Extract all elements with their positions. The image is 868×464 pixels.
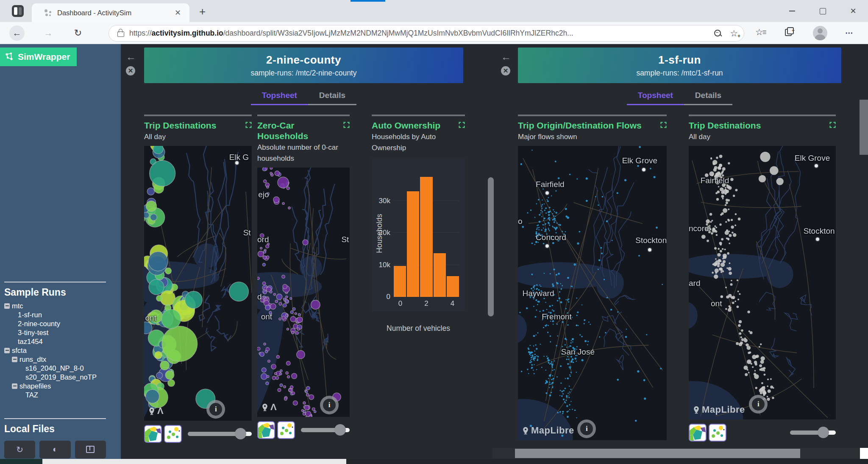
settings-menu-icon[interactable]: ⋯ [845, 28, 854, 38]
tree-item-1-sf-run[interactable]: 1-sf-run [4, 310, 106, 319]
panel-header: 1-sf-run sample-runs: /mtc/1-sf-run [518, 48, 841, 83]
card-subtitle: Major flows shown [518, 131, 667, 143]
maplibre-logo[interactable]: Λ [147, 405, 164, 416]
panel-back-button[interactable]: ← [126, 51, 136, 63]
tab-topsheet[interactable]: Topsheet [627, 87, 684, 105]
dashboard-area: ← ✕ 2-nine-county sample-runs: /mtc/2-ni… [121, 44, 868, 464]
map-info-button[interactable]: i [320, 396, 339, 414]
panel-header: 2-nine-county sample-runs: /mtc/2-nine-c… [144, 48, 463, 83]
layer-thumbnail-dots[interactable] [164, 425, 182, 443]
collapse-icon[interactable] [4, 348, 10, 353]
city-label: Hayward [523, 289, 554, 298]
new-tab-button[interactable]: + [199, 5, 206, 18]
tree-item-TAZ[interactable]: TAZ [4, 391, 106, 400]
city-label: St [243, 228, 251, 238]
collections-icon[interactable]: + [785, 27, 793, 36]
expand-icon[interactable] [459, 122, 465, 128]
panel-close-button[interactable]: ✕ [501, 66, 510, 75]
panel-close-button[interactable]: ✕ [126, 66, 135, 75]
tree-item-sfcta[interactable]: sfcta [4, 346, 106, 355]
map-pin-icon [261, 402, 269, 412]
collapse-icon[interactable] [4, 303, 10, 309]
bookmark-star-icon[interactable]: ☆+ [730, 28, 738, 39]
simwrapper-logo[interactable]: SimWrapper [0, 48, 77, 66]
card-accent-bar [144, 115, 252, 116]
tab-close-icon[interactable]: ✕ [172, 7, 184, 18]
browser-tab[interactable]: Dashboard - ActivitySim ✕ [32, 3, 189, 22]
split-view-button[interactable] [75, 441, 106, 458]
tab-details[interactable]: Details [684, 87, 732, 105]
sample-runs-section: Sample Runs mtc1-sf-run2-nine-county3-ti… [4, 282, 106, 400]
sample-runs-tree: mtc1-sf-run2-nine-county3-tiny-testtaz14… [4, 302, 106, 400]
opacity-slider[interactable] [188, 432, 252, 436]
tree-item-runs_dtx[interactable]: runs_dtx [4, 355, 106, 364]
tree-item-taz1454[interactable]: taz1454 [4, 337, 106, 346]
layer-thumbnail-dots[interactable] [709, 424, 726, 442]
refresh-button[interactable]: ↻ [70, 25, 86, 41]
layer-thumbnail-polygons[interactable] [257, 421, 275, 439]
card-accent-bar [518, 115, 667, 116]
map-trip-destinations[interactable]: Λ i Elk GStont [144, 146, 252, 421]
maplibre-logo[interactable]: MapLibre [692, 404, 745, 415]
tree-item-s16_2040_NP_8-0[interactable]: s16_2040_NP_8-0 [4, 364, 106, 373]
auto-ownership-chart: Households 010k20k30k024 [372, 159, 465, 311]
page-horizontal-scrollbar[interactable] [0, 459, 868, 464]
expand-icon[interactable] [245, 122, 252, 128]
forward-button[interactable]: → [41, 25, 56, 41]
layer-thumbnail-polygons[interactable] [144, 425, 162, 443]
panel-back-button[interactable]: ← [501, 51, 511, 63]
chart-bar [407, 191, 419, 297]
theme-contrast-button[interactable]: ◐ [39, 441, 70, 458]
profile-avatar[interactable] [813, 26, 827, 40]
collapse-icon[interactable] [12, 357, 17, 362]
expand-icon[interactable] [343, 122, 350, 128]
tree-item-2-nine-county[interactable]: 2-nine-county [4, 319, 106, 328]
map-trip-od-flows[interactable]: MapLibre i Elk GroveFairfieldoConcordSto… [518, 146, 667, 440]
tab-search-icon[interactable] [12, 5, 24, 17]
city-label: o [518, 217, 523, 226]
map-controls [689, 423, 836, 442]
tree-item-shapefiles[interactable]: shapefiles [4, 382, 106, 391]
local-files-title: Local Files [4, 423, 106, 435]
expand-icon[interactable] [829, 122, 836, 128]
tab-details[interactable]: Details [308, 87, 356, 105]
city-label: d [257, 292, 262, 302]
maplibre-logo[interactable]: Λ [261, 402, 277, 413]
panel-subtitle: sample-runs: /mtc/2-nine-county [144, 69, 463, 78]
map-trip-destinations-2[interactable]: MapLibre i Elk GroveFairfieldncordStockt… [689, 146, 836, 419]
lock-icon[interactable] [117, 31, 124, 37]
address-bar[interactable]: https://activitysim.github.io/dashboard/… [108, 25, 744, 42]
back-button[interactable]: ← [9, 25, 25, 41]
opacity-slider[interactable] [301, 428, 350, 432]
card-subtitle: Absolute number of 0-car households [257, 142, 350, 164]
city-label: ejo [258, 190, 269, 199]
layer-thumbnail-dots[interactable] [277, 421, 295, 439]
tree-item-3-tiny-test[interactable]: 3-tiny-test [4, 328, 106, 337]
card-trip-od-flows: Trip Origin/Destination Flows Major flow… [518, 115, 667, 440]
window-minimize-button[interactable] [780, 3, 804, 20]
card-subtitle: All day [144, 131, 252, 143]
collapse-icon[interactable] [12, 383, 17, 389]
favorites-list-icon[interactable]: ☆☰ [755, 27, 768, 37]
city-dot [234, 160, 239, 165]
card-accent-bar [257, 115, 350, 116]
tree-item-s20_2019_Base_noTP[interactable]: s20_2019_Base_noTP [4, 373, 106, 382]
tab-topsheet[interactable]: Topsheet [251, 87, 308, 105]
tree-item-mtc[interactable]: mtc [4, 302, 106, 310]
window-close-button[interactable]: ✕ [841, 3, 865, 20]
opacity-slider[interactable] [790, 430, 836, 435]
url-text[interactable]: https://activitysim.github.io/dashboard/… [129, 29, 706, 38]
tab-title: Dashboard - ActivitySim [57, 9, 172, 17]
panel2-horizontal-scrollbar-thumb[interactable] [515, 449, 800, 458]
maplibre-logo[interactable]: MapLibre [521, 425, 574, 436]
map-controls [144, 425, 252, 443]
sync-button[interactable]: ↻ [4, 441, 35, 458]
local-files-section: Local Files ↻ ◐ [4, 418, 106, 458]
map-info-button[interactable]: i [749, 395, 768, 414]
panel2-vertical-scrollbar[interactable] [860, 100, 868, 155]
layer-thumbnail-polygons[interactable] [689, 424, 707, 442]
zoom-out-icon[interactable] [714, 29, 722, 38]
map-zero-car-households[interactable]: Λ i ejoordStdont [257, 168, 350, 417]
expand-icon[interactable] [660, 122, 667, 128]
window-maximize-button[interactable] [810, 3, 835, 20]
